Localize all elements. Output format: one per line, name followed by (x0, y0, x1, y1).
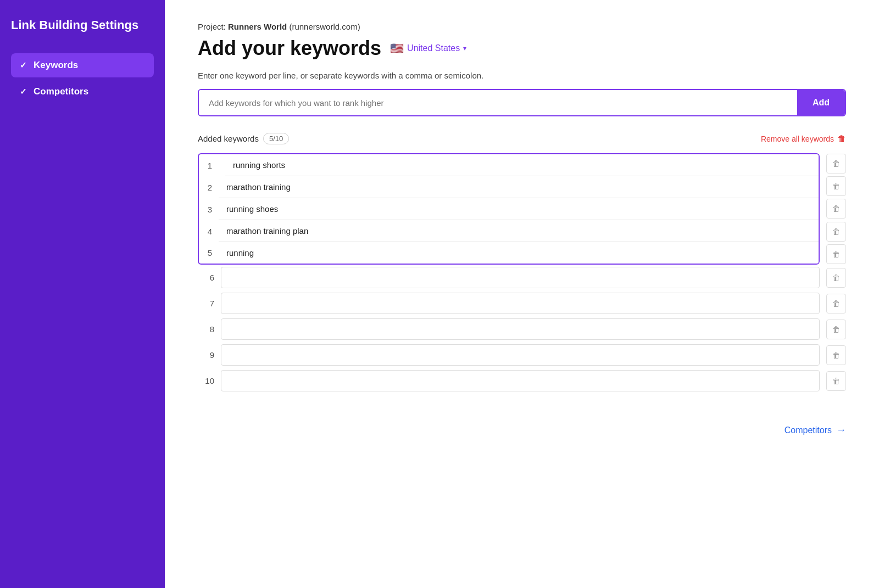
page-title-row: Add your keywords 🇺🇸 United States ▾ (198, 37, 846, 60)
main-content: Project: Runners World (runnersworld.com… (165, 0, 879, 588)
project-name: Runners World (228, 22, 287, 31)
delete-button-2[interactable]: 🗑 (826, 176, 846, 196)
added-keywords-label: Added keywords 5/10 (198, 133, 289, 144)
bottom-nav: Competitors → (198, 416, 846, 436)
table-row: 8 🗑 (198, 318, 846, 340)
trash-icon-red: 🗑 (837, 134, 846, 144)
empty-rows: 6 🗑 7 🗑 8 🗑 9 🗑 10 🗑 (198, 267, 846, 394)
keyword-field-1[interactable] (225, 154, 819, 176)
sidebar-label-competitors: Competitors (34, 86, 88, 97)
row-number-4: 4 (199, 227, 219, 236)
keyword-input[interactable] (199, 90, 797, 115)
chevron-down-icon: ▾ (463, 44, 466, 52)
sidebar-item-keywords[interactable]: ✓ Keywords (11, 53, 154, 77)
check-icon-competitors: ✓ (20, 87, 27, 97)
page-title: Add your keywords (198, 37, 381, 60)
sidebar-item-competitors[interactable]: ✓ Competitors (11, 80, 154, 104)
delete-button-7[interactable]: 🗑 (826, 294, 846, 313)
row-number-8: 8 (198, 324, 214, 334)
delete-button-1[interactable]: 🗑 (826, 154, 846, 173)
country-flag: 🇺🇸 (390, 42, 404, 55)
keyword-field-5[interactable] (219, 242, 819, 264)
table-row: 9 🗑 (198, 344, 846, 366)
country-selector-button[interactable]: 🇺🇸 United States ▾ (390, 42, 466, 55)
delete-button-5[interactable]: 🗑 (826, 244, 846, 264)
delete-button-9[interactable]: 🗑 (826, 345, 846, 365)
delete-button-3[interactable]: 🗑 (826, 199, 846, 219)
keyword-field-7[interactable] (221, 293, 820, 314)
row-number-10: 10 (198, 376, 214, 385)
sidebar: Link Building Settings ✓ Keywords ✓ Comp… (0, 0, 165, 588)
keyword-field-2[interactable] (219, 176, 819, 198)
project-domain: (runnersworld.com) (289, 22, 360, 31)
keyword-field-3[interactable] (219, 198, 819, 220)
delete-button-6[interactable]: 🗑 (826, 268, 846, 288)
check-icon-keywords: ✓ (20, 60, 27, 70)
row-number-3: 3 (199, 205, 219, 214)
remove-all-button[interactable]: Remove all keywords 🗑 (761, 134, 846, 144)
delete-button-10[interactable]: 🗑 (826, 371, 846, 391)
country-name: United States (407, 43, 460, 53)
row-number-2: 2 (199, 183, 219, 192)
keyword-field-10[interactable] (221, 370, 820, 391)
competitors-next-button[interactable]: Competitors → (785, 424, 846, 436)
instruction-text: Enter one keyword per line, or separate … (198, 71, 846, 80)
keyword-field-4[interactable] (219, 220, 819, 242)
project-label: Project: Runners World (runnersworld.com… (198, 22, 846, 31)
keyword-field-6[interactable] (221, 267, 820, 288)
delete-button-4[interactable]: 🗑 (826, 222, 846, 242)
keyword-field-8[interactable] (221, 318, 820, 340)
sidebar-label-keywords: Keywords (34, 60, 78, 71)
added-keywords-header: Added keywords 5/10 Remove all keywords … (198, 133, 846, 144)
keyword-field-9[interactable] (221, 344, 820, 366)
keyword-input-row: Add (198, 89, 846, 116)
row-number-1: 1 (199, 161, 219, 170)
add-button[interactable]: Add (797, 90, 845, 115)
row-number-5: 5 (199, 248, 219, 257)
table-row: 7 🗑 (198, 293, 846, 314)
keywords-count-badge: 5/10 (263, 133, 289, 144)
sidebar-title: Link Building Settings (11, 18, 154, 33)
delete-button-8[interactable]: 🗑 (826, 320, 846, 339)
keywords-list: 1 2 3 4 (198, 153, 846, 394)
row-number-6: 6 (198, 273, 214, 282)
table-row: 10 🗑 (198, 370, 846, 391)
competitors-link-label: Competitors (785, 425, 832, 435)
table-row: 6 🗑 (198, 267, 846, 288)
row-number-9: 9 (198, 350, 214, 360)
arrow-right-icon: → (836, 424, 846, 436)
row-number-7: 7 (198, 299, 214, 308)
